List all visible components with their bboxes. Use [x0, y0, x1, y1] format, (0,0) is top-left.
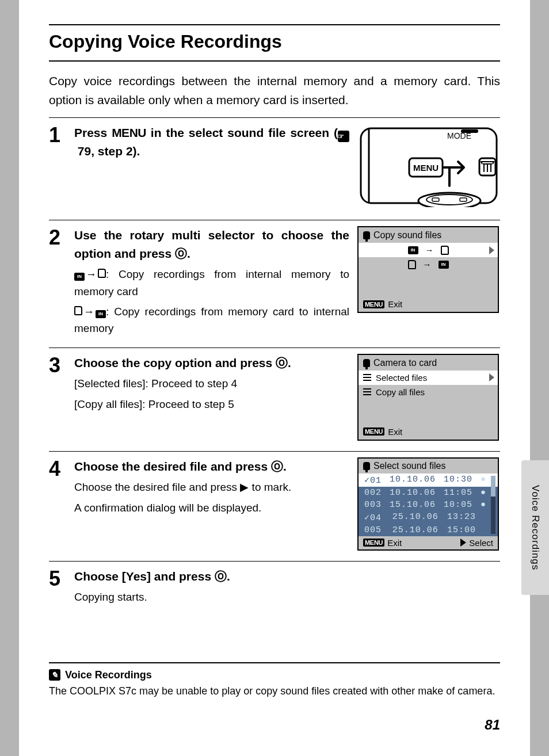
- microphone-icon: [363, 359, 370, 367]
- ok-icon: ⓞ: [271, 460, 283, 473]
- file-id: ✓04: [364, 512, 384, 523]
- file-time: 15:00: [447, 525, 477, 535]
- sd-card-icon: [98, 269, 106, 278]
- lcd-option-copy-all[interactable]: Copy all files: [359, 385, 498, 399]
- step-1-heading: Press MENU in the select sound file scre…: [74, 124, 349, 161]
- camera-sketch-svg: MODE MENU: [357, 124, 500, 207]
- step-2: 2 Use the rotary multi selector to choos…: [49, 220, 500, 348]
- step-4: 4 Choose the desired file and press ⓞ. C…: [49, 451, 500, 561]
- section-tab-label: Voice Recordings: [529, 485, 541, 570]
- lcd-footer: MENU Exit: [359, 425, 498, 440]
- microphone-icon: [363, 462, 370, 470]
- step-number: 1: [49, 125, 74, 146]
- check-icon: ✓: [364, 476, 370, 486]
- footer-exit: MENU Exit: [363, 538, 402, 548]
- internal-memory-icon: IN: [439, 261, 449, 269]
- sd-card-icon: [74, 306, 82, 315]
- check-icon: ✓: [364, 513, 370, 523]
- step-5-sub1: Copying starts.: [74, 589, 349, 605]
- arrow-right-icon: →: [86, 266, 97, 282]
- grid-icon: [363, 388, 371, 395]
- lcd-body: Selected files Copy all files: [359, 371, 498, 425]
- section-tab: Voice Recordings: [521, 460, 549, 595]
- step-3-sub1: [Selected files]: Proceed to step 4: [74, 375, 349, 392]
- step-number: 3: [49, 355, 74, 376]
- lcd-select-sound-files: Select sound files ✓0110.10.0610:30●0021…: [357, 457, 500, 551]
- step-2-sub1: IN→: Copy recordings from internal memor…: [74, 266, 349, 300]
- file-id: ✓01: [364, 475, 382, 486]
- voice-marker-icon: ●: [481, 500, 486, 510]
- file-row[interactable]: ✓0425.10.0613:23: [359, 511, 498, 524]
- internal-memory-icon: IN: [96, 310, 106, 318]
- step-4-heading: Choose the desired file and press ⓞ.: [74, 457, 349, 476]
- lcd-panel: Camera to card Selected files Copy all f…: [357, 354, 499, 441]
- lcd-footer: MENU Exit: [359, 297, 498, 312]
- note-block: ✎ Voice Recordings The COOLPIX S7c may b…: [49, 662, 500, 699]
- file-id: 002: [364, 488, 382, 498]
- lcd-title: Copy sound files: [359, 227, 498, 243]
- file-row[interactable]: 00210.10.0611:05●: [359, 487, 498, 499]
- menu-label-icon: MENU: [112, 126, 146, 139]
- file-date: 15.10.06: [390, 500, 436, 510]
- lcd-file-list: Select sound files ✓0110.10.0610:30●0021…: [357, 457, 499, 551]
- sd-card-icon: [441, 246, 449, 255]
- step-body: Choose [Yes] and press ⓞ. Copying starts…: [74, 567, 357, 606]
- camera-illustration: MODE MENU: [357, 124, 500, 209]
- step-number: 4: [49, 459, 74, 479]
- exit-label: Exit: [388, 427, 402, 437]
- file-time: 13:23: [447, 512, 477, 523]
- step-3: 3 Choose the copy option and press ⓞ. [S…: [49, 348, 500, 451]
- lcd-copy-sound: Copy sound files IN → → IN MENU: [357, 226, 500, 313]
- scrollbar[interactable]: [491, 476, 495, 534]
- ok-icon: ⓞ: [215, 570, 227, 583]
- file-time: 10:05: [444, 500, 472, 510]
- file-date: 10.10.06: [390, 488, 436, 498]
- file-date: 25.10.06: [392, 525, 439, 535]
- voice-marker-icon: ●: [481, 475, 486, 486]
- step-2-sub2: →IN: Copy recordings from memory card to…: [74, 303, 349, 337]
- file-row[interactable]: 00525.10.0615:00: [359, 524, 498, 536]
- thumbnails-icon: [363, 374, 371, 381]
- note-icon: ✎: [49, 669, 60, 681]
- internal-memory-icon: IN: [74, 273, 85, 281]
- lcd-option-in-to-card[interactable]: IN →: [359, 243, 498, 257]
- file-rows: ✓0110.10.0610:30●00210.10.0611:05●00315.…: [359, 474, 498, 536]
- note-body: The COOLPIX S7c may be unable to play or…: [49, 684, 500, 699]
- file-id: 003: [364, 500, 382, 510]
- exit-label: Exit: [388, 299, 402, 309]
- file-row[interactable]: 00315.10.0610:05●: [359, 499, 498, 511]
- step-5-heading: Choose [Yes] and press ⓞ.: [74, 567, 349, 586]
- intro-text: Copy voice recordings between the intern…: [49, 72, 500, 109]
- file-time: 11:05: [444, 488, 472, 498]
- page-number: 81: [485, 717, 500, 733]
- step-4-sub2: A confirmation dialog will be displayed.: [74, 499, 349, 516]
- file-date: 10.10.06: [390, 475, 436, 486]
- step-2-heading: Use the rotary multi selector to choose …: [74, 226, 349, 262]
- step-5: 5 Choose [Yes] and press ⓞ. Copying star…: [49, 561, 500, 616]
- lcd-option-selected-files[interactable]: Selected files: [359, 371, 498, 385]
- lcd-option-card-to-in[interactable]: → IN: [359, 257, 498, 272]
- internal-memory-icon: IN: [408, 246, 418, 254]
- title-bar: Copying Voice Recordings: [49, 24, 500, 62]
- step-number: 2: [49, 227, 74, 248]
- lcd-panel: Copy sound files IN → → IN MENU: [357, 226, 499, 313]
- arrow-right-icon: →: [423, 259, 432, 269]
- note-title: ✎ Voice Recordings: [49, 669, 500, 681]
- svg-rect-6: [432, 198, 439, 201]
- file-time: 10:30: [444, 475, 472, 486]
- voice-marker-icon: ●: [481, 488, 486, 498]
- ok-icon: ⓞ: [175, 247, 187, 260]
- sd-card-icon: [408, 260, 416, 269]
- step-4-sub1: Choose the desired file and press ▶ to m…: [74, 479, 349, 495]
- lcd-body: IN → → IN: [359, 243, 498, 297]
- file-date: 25.10.06: [392, 512, 439, 523]
- manual-page: Copying Voice Recordings Copy voice reco…: [19, 0, 530, 756]
- menu-pill-icon: MENU: [363, 539, 384, 547]
- menu-pill-icon: MENU: [363, 427, 384, 436]
- step-body: Press MENU in the select sound file scre…: [74, 124, 357, 161]
- lcd-title: Camera to card: [359, 355, 498, 371]
- reference-icon: ☞: [338, 131, 349, 142]
- step-body: Choose the copy option and press ⓞ. [Sel…: [74, 354, 357, 413]
- step-3-sub2: [Copy all files]: Proceed to step 5: [74, 396, 349, 413]
- file-row[interactable]: ✓0110.10.0610:30●: [359, 474, 498, 487]
